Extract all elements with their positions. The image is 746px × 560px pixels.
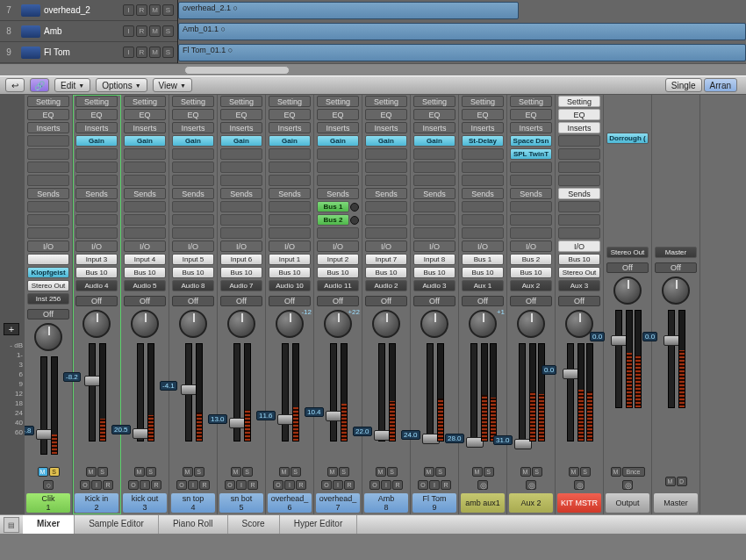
automation-mode[interactable]: Off: [27, 309, 69, 319]
audio-clip[interactable]: overhead_2.1 ○: [178, 2, 519, 19]
setting-button[interactable]: Setting: [365, 96, 407, 107]
io-output[interactable]: Bus 10: [413, 267, 455, 278]
pan-knob[interactable]: [179, 310, 207, 338]
setting-button[interactable]: Setting: [462, 96, 504, 107]
i-button[interactable]: I: [381, 480, 391, 490]
setting-button[interactable]: Setting: [172, 96, 214, 107]
single-button[interactable]: Single: [665, 78, 702, 92]
d-button[interactable]: D: [677, 477, 687, 486]
io-output[interactable]: Klopfgeist: [27, 267, 69, 278]
s-button[interactable]: S: [97, 467, 108, 477]
track-s-button[interactable]: S: [162, 47, 174, 58]
automation-mode[interactable]: Off: [124, 296, 166, 306]
eq-slot[interactable]: EQ: [510, 109, 552, 120]
pan-knob[interactable]: [517, 310, 545, 338]
insert-slot[interactable]: Gain: [220, 135, 262, 147]
io-input[interactable]: [27, 254, 69, 265]
insert-slot[interactable]: Gain: [317, 135, 359, 147]
insert-slot[interactable]: [558, 135, 600, 147]
insert-slot[interactable]: [462, 148, 504, 160]
insert-slot[interactable]: [462, 162, 504, 173]
setting-button[interactable]: Setting: [27, 96, 69, 107]
send-knob[interactable]: [350, 203, 359, 212]
pan-knob[interactable]: [662, 276, 690, 305]
insert-slot[interactable]: [558, 148, 600, 160]
io-output[interactable]: Stereo Out: [558, 267, 600, 278]
m-button[interactable]: M: [665, 477, 676, 486]
io-input[interactable]: Input 2: [317, 254, 359, 265]
m-button[interactable]: M: [424, 467, 434, 477]
send-slot[interactable]: [220, 201, 262, 212]
insert-slot[interactable]: Gain: [172, 135, 214, 147]
send-slot[interactable]: [27, 227, 69, 239]
track-s-button[interactable]: S: [162, 4, 174, 16]
track-r-button[interactable]: R: [136, 25, 147, 37]
io-input[interactable]: Input 4: [124, 254, 166, 265]
track-r-button[interactable]: R: [136, 4, 147, 16]
automation-mode[interactable]: Off: [269, 296, 311, 306]
insert-slot[interactable]: [317, 148, 359, 160]
r-button[interactable]: R: [247, 480, 258, 490]
send-slot[interactable]: [124, 214, 166, 226]
pan-knob[interactable]: [82, 310, 111, 338]
m-button[interactable]: M: [134, 467, 145, 477]
s-button[interactable]: S: [194, 467, 204, 477]
automation-mode[interactable]: Off: [558, 296, 600, 306]
insert-slot[interactable]: [269, 175, 311, 186]
editor-tab[interactable]: Piano Roll: [159, 515, 228, 534]
track-s-button[interactable]: S: [162, 25, 174, 37]
send-slot[interactable]: [510, 201, 552, 212]
m-button[interactable]: M: [472, 467, 483, 477]
insert-slot[interactable]: [220, 148, 262, 160]
track-i-button[interactable]: I: [123, 47, 134, 58]
send-slot[interactable]: [365, 201, 407, 212]
insert-slot[interactable]: SPL TwinT: [510, 148, 552, 160]
io-input[interactable]: Bus 2: [510, 254, 552, 265]
automation-mode[interactable]: Off: [510, 296, 552, 306]
send-slot[interactable]: [510, 214, 552, 226]
clip-area[interactable]: Amb_01.1 ○: [177, 21, 746, 42]
channel-label[interactable]: amb aux1: [461, 493, 505, 513]
fader[interactable]: -8.2: [89, 343, 96, 442]
setting-button[interactable]: Setting: [510, 96, 552, 107]
insert-slot[interactable]: [172, 148, 214, 160]
automation-mode[interactable]: Off: [606, 262, 649, 273]
insert-slot[interactable]: [413, 162, 455, 173]
io-output[interactable]: Bus 10: [365, 267, 407, 278]
insert-slot[interactable]: [510, 162, 552, 173]
m-button[interactable]: M: [569, 467, 579, 477]
insert-slot[interactable]: [317, 162, 359, 173]
fader[interactable]: 0.0: [567, 343, 574, 442]
o-button[interactable]: O: [225, 480, 235, 490]
send-slot[interactable]: [269, 214, 311, 226]
io-output[interactable]: Bus 10: [510, 267, 552, 278]
setting-button[interactable]: Setting: [220, 96, 262, 107]
send-slot[interactable]: [172, 201, 214, 212]
io-input[interactable]: Input 6: [220, 254, 262, 265]
io-output[interactable]: Bus 10: [124, 267, 166, 278]
fader[interactable]: 0.0: [668, 310, 675, 408]
send-slot[interactable]: [75, 227, 118, 239]
automation-mode[interactable]: Off: [75, 296, 118, 306]
insert-slot[interactable]: Gain: [75, 135, 118, 147]
pan-knob[interactable]: [469, 310, 497, 338]
fader[interactable]: 24.0: [427, 343, 434, 442]
setting-button[interactable]: Setting: [269, 96, 311, 107]
o-button[interactable]: O: [321, 480, 332, 490]
editor-tab[interactable]: Sample Editor: [75, 515, 159, 534]
fader[interactable]: 31.0: [519, 343, 526, 442]
track-i-button[interactable]: I: [123, 25, 134, 37]
m-button[interactable]: M: [327, 467, 338, 477]
editor-tab[interactable]: Hyper Editor: [280, 515, 358, 534]
list-icon[interactable]: ▤: [4, 517, 19, 533]
i-button[interactable]: I: [333, 480, 343, 490]
send-slot[interactable]: [27, 201, 69, 212]
insert-slot[interactable]: [124, 175, 166, 186]
bounce-button[interactable]: Bnce: [622, 467, 645, 477]
insert-slot[interactable]: Gain: [413, 135, 455, 147]
insert-slot[interactable]: [75, 148, 118, 160]
send-knob[interactable]: [350, 216, 359, 225]
fader[interactable]: 20.5: [137, 343, 144, 442]
audio-clip[interactable]: Fl Tom_01.1 ○: [178, 44, 746, 61]
send-slot[interactable]: [269, 227, 311, 239]
